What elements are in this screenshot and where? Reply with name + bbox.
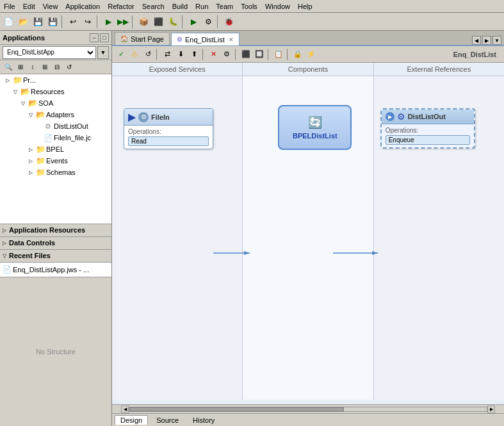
tree-node-distlistout[interactable]: ▷ ⚙ DistListOut [0, 120, 111, 132]
scroll-track[interactable] [129, 407, 487, 412]
bpel-component[interactable]: 🔄 BPELDistList [278, 105, 352, 150]
tree-adapters-label: Adapters [46, 111, 74, 119]
tree-node-events[interactable]: ▷ 📁 Events [0, 155, 111, 167]
filein-title: FileIn [151, 113, 170, 121]
save-all-button[interactable]: 💾 [45, 15, 60, 29]
application-resources-header[interactable]: ▷ Application Resources [0, 224, 111, 237]
menu-help[interactable]: Help [294, 2, 316, 11]
app-options-button[interactable]: ⚙ [201, 15, 215, 29]
menu-build[interactable]: Build [168, 2, 191, 11]
tree-node-bpel[interactable]: ▷ 📁 BPEL [0, 143, 111, 155]
recent-files-header[interactable]: ▽ Recent Files [0, 250, 111, 263]
menu-tools[interactable]: Tools [237, 2, 261, 11]
config-button[interactable]: ⚙ [220, 48, 233, 61]
menu-window[interactable]: Window [261, 2, 294, 11]
stop-button[interactable]: ⬛ [151, 15, 165, 29]
menu-refactor[interactable]: Refactor [104, 2, 138, 11]
tab-scroll-right[interactable]: ▶ [482, 36, 491, 45]
scroll-right-button[interactable]: ▶ [487, 406, 495, 413]
debug-stop-button[interactable]: 🐛 [166, 15, 180, 29]
tab-enq-distlist[interactable]: ⚙ Enq_DistList ✕ [171, 33, 240, 45]
main-toolbar: 📄 📂 💾 💾 ↩ ↪ ▶ ▶▶ 📦 ⬛ 🐛 ▶ ⚙ 🐞 [0, 13, 504, 31]
redo-button[interactable]: ↪ [81, 15, 95, 29]
tab-scroll-left[interactable]: ◀ [472, 36, 481, 45]
filein-component[interactable]: ▶ ⚙ FileIn Operations: Read [124, 108, 213, 149]
apps-expand-button[interactable]: □ [100, 33, 109, 42]
run-button[interactable]: ▶ [101, 15, 115, 29]
apps-minimize-button[interactable]: − [90, 33, 99, 42]
tree-node-resources[interactable]: ▽ 📂 Resources [0, 86, 111, 97]
refresh-button[interactable]: ↺ [142, 48, 154, 61]
bpel-icon: 🔄 [308, 115, 322, 129]
tab-close-button[interactable]: ✕ [229, 37, 234, 43]
application-selector[interactable]: Enq_DistListApp [3, 46, 96, 59]
tree-node-root[interactable]: ▷ 📁 Pr... [0, 74, 111, 86]
delete-button[interactable]: ✕ [207, 48, 220, 61]
tab-source[interactable]: Source [150, 415, 184, 425]
data-controls-title: Data Controls [9, 239, 55, 247]
menu-view[interactable]: View [39, 2, 62, 11]
save-button[interactable]: 💾 [31, 15, 45, 29]
paste-button[interactable]: ⬇ [174, 48, 187, 61]
menu-run[interactable]: Run [191, 2, 212, 11]
tab-start-page[interactable]: 🏠 Start Page [115, 32, 170, 45]
new-button[interactable]: 📄 [1, 15, 15, 29]
copy-button[interactable]: ⇄ [161, 48, 174, 61]
tab-menu-button[interactable]: ▼ [492, 36, 501, 45]
tree-node-soa[interactable]: ▽ 📂 SOA [0, 97, 111, 109]
expand-icon: ▷ [26, 144, 36, 154]
collapse-all-button[interactable]: ⊟ [51, 61, 63, 73]
layout-button[interactable]: ⬛ [240, 48, 252, 61]
menu-file[interactable]: File [0, 2, 19, 11]
events-folder-icon: 📁 [36, 156, 45, 165]
applications-title: Applications [3, 34, 45, 42]
canvas-content: Exposed Services Components External Ref… [112, 63, 504, 404]
editor-tb-sep-3 [235, 49, 238, 60]
tree-distlistout-label: DistListOut [54, 122, 88, 130]
search-tree-button[interactable]: 🔍 [3, 61, 14, 73]
refresh-tree-button[interactable]: ↺ [63, 61, 75, 73]
main-layout: Applications − □ Enq_DistListApp ▼ 🔍 ⊞ ↕… [0, 31, 504, 426]
menu-application[interactable]: Application [61, 2, 104, 11]
bug-button[interactable]: 🐞 [222, 15, 236, 29]
recent-file-item[interactable]: 📄 Enq_DistListApp.jws - ... [3, 264, 109, 275]
expand-all-button[interactable]: ⊞ [39, 61, 51, 73]
data-controls-header[interactable]: ▷ Data Controls [0, 237, 111, 250]
undo-button[interactable]: ↩ [66, 15, 80, 29]
open-button[interactable]: 📂 [16, 15, 30, 29]
grid-button[interactable]: 🔲 [253, 48, 266, 61]
menu-team[interactable]: Team [212, 2, 237, 11]
soa-canvas[interactable]: Exposed Services Components External Ref… [112, 63, 504, 404]
scroll-left-button[interactable]: ◀ [121, 406, 129, 413]
tree-node-filein[interactable]: ▷ 📄 FileIn_file.jc [0, 132, 111, 143]
tree-node-schemas[interactable]: ▷ 📁 Schemas [0, 167, 111, 178]
recent-files-title: Recent Files [9, 252, 51, 259]
tab-design[interactable]: Design [115, 415, 148, 425]
validate-button[interactable]: ✓ [115, 48, 127, 61]
sort-tree-button[interactable]: ↕ [27, 61, 38, 73]
tree-soa-label: SOA [38, 99, 53, 107]
filter-tree-button[interactable]: ⊞ [15, 61, 26, 73]
tree-node-adapters[interactable]: ▽ 📂 Adapters [0, 109, 111, 120]
editor-tb-sep-2 [202, 49, 205, 60]
menu-search[interactable]: Search [138, 2, 168, 11]
debug-button[interactable]: ▶▶ [116, 15, 130, 29]
filein-header: ▶ ⚙ FileIn [124, 109, 213, 126]
tab-history[interactable]: History [187, 415, 220, 425]
scroll-thumb[interactable] [129, 407, 344, 411]
menu-edit[interactable]: Edit [19, 2, 39, 11]
properties-button[interactable]: 📋 [272, 48, 285, 61]
deploy-button[interactable]: 📦 [136, 15, 150, 29]
lightning-button[interactable]: ⚡ [305, 48, 318, 61]
cut-button[interactable]: ⬆ [188, 48, 200, 61]
no-structure-area: No Structure [0, 277, 111, 427]
warning-button[interactable]: ⚠ [128, 48, 141, 61]
expand-icon: ▷ [3, 75, 13, 85]
distlistout-component[interactable]: ▶ ⚙ DistListOut Operations: Enqueue [380, 108, 475, 149]
start-app-button[interactable]: ▶ [186, 15, 200, 29]
lock-button[interactable]: 🔒 [291, 48, 304, 61]
app-dropdown-arrow[interactable]: ▼ [97, 46, 109, 59]
recent-file-icon: 📄 [3, 265, 12, 274]
recent-files-content: 📄 Enq_DistListApp.jws - ... [0, 263, 111, 277]
apps-controls: − □ [90, 33, 109, 42]
